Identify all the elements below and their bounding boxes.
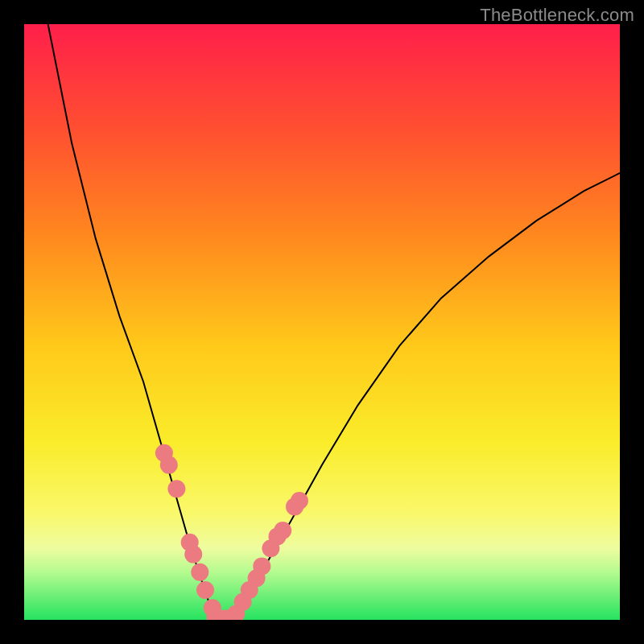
highlight-dot: [167, 480, 185, 497]
bottleneck-curve-path: [48, 24, 620, 620]
highlight-dots-group: [155, 444, 308, 620]
watermark-text: TheBottleneck.com: [480, 5, 634, 26]
plot-area: [24, 24, 620, 620]
highlight-dot: [184, 546, 202, 564]
highlight-dot: [191, 564, 208, 581]
highlight-dot: [196, 581, 214, 599]
chart-frame: TheBottleneck.com: [0, 0, 644, 644]
highlight-dot: [274, 522, 291, 539]
highlight-dot: [253, 557, 270, 575]
highlight-dot: [160, 456, 178, 474]
chart-svg: [24, 24, 620, 620]
highlight-dot: [291, 492, 308, 510]
